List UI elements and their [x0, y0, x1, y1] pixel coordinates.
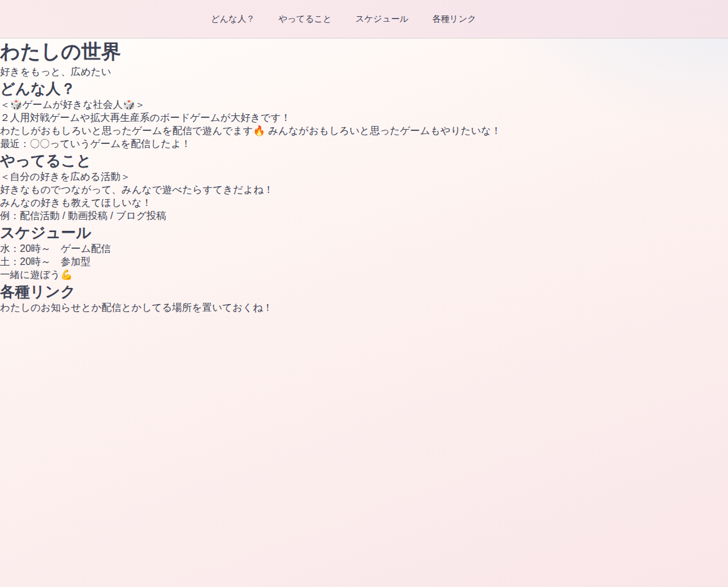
about-recent: 最近：〇〇っていうゲームを配信したよ！: [0, 138, 728, 151]
card-links-heading-row: 各種リンク: [0, 282, 728, 302]
activities-line-2: みんなの好きも教えてほしいな！: [0, 197, 728, 210]
card-links-heading: 各種リンク: [0, 282, 728, 302]
card-activities-heading: やってること: [0, 151, 728, 171]
about-line-1: ２人用対戦ゲームや拡大再生産系のボードゲームが大好きです！: [0, 112, 728, 125]
page-content: わたしの世界 好きをもっと、広めたい どんな人？ ＜🎲ゲームが好きな社会人🎲＞ …: [0, 38, 728, 315]
nav-item-schedule[interactable]: スケジュール: [356, 14, 409, 25]
schedule-row-saturday: 土：20時～ 参加型: [0, 256, 728, 269]
schedule-footer: 一緒に遊ぼう💪: [0, 269, 728, 282]
activities-paragraph: 好きなものでつながって、みんなで遊べたらすてきだよね！ みんなの好きも教えてほし…: [0, 184, 728, 210]
top-nav: どんな人？ やってること スケジュール 各種リンク: [0, 0, 728, 38]
nav-item-about[interactable]: どんな人？: [211, 14, 255, 25]
activities-examples: 例：配信活動 / 動画投稿 / ブログ投稿: [0, 210, 728, 223]
activities-line-1: 好きなものでつながって、みんなで遊べたらすてきだよね！: [0, 184, 728, 197]
about-tagline: ＜🎲ゲームが好きな社会人🎲＞: [0, 99, 728, 112]
card-schedule-heading: スケジュール: [0, 223, 728, 243]
card-about-heading: どんな人？: [0, 79, 728, 99]
about-paragraph: ２人用対戦ゲームや拡大再生産系のボードゲームが大好きです！ わたしがおもしろいと…: [0, 112, 728, 138]
links-description: わたしのお知らせとか配信とかしてる場所を置いておくね！: [0, 302, 728, 315]
page-title: わたしの世界: [0, 38, 728, 66]
nav-links: どんな人？ やってること スケジュール 各種リンク: [211, 14, 477, 25]
card-schedule: スケジュール 水：20時～ ゲーム配信 土：20時～ 参加型 一緒に遊ぼう💪: [0, 223, 728, 282]
nav-item-links[interactable]: 各種リンク: [432, 14, 476, 25]
about-line-2: わたしがおもしろいと思ったゲームを配信で遊んでます🔥 みんながおもしろいと思った…: [0, 125, 728, 138]
nav-item-activities[interactable]: やってること: [279, 14, 332, 25]
schedule-row-wednesday: 水：20時～ ゲーム配信: [0, 243, 728, 256]
activities-tagline: ＜自分の好きを広める活動＞: [0, 171, 728, 184]
page-subtitle: 好きをもっと、広めたい: [0, 66, 728, 79]
card-schedule-heading-row: スケジュール: [0, 223, 728, 243]
card-about-heading-row: どんな人？: [0, 79, 728, 99]
card-activities-heading-row: やってること: [0, 151, 728, 171]
card-about: どんな人？ ＜🎲ゲームが好きな社会人🎲＞ ２人用対戦ゲームや拡大再生産系のボード…: [0, 79, 728, 151]
card-links: 各種リンク わたしのお知らせとか配信とかしてる場所を置いておくね！: [0, 282, 728, 315]
card-activities: やってること ＜自分の好きを広める活動＞ 好きなものでつながって、みんなで遊べた…: [0, 151, 728, 223]
